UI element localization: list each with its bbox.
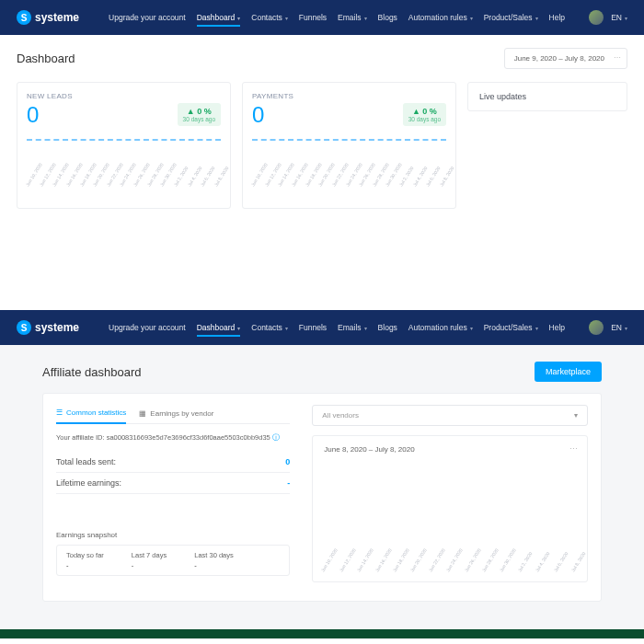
live-updates-title: Live updates [479, 92, 615, 101]
nav-blogs[interactable]: Blogs [378, 323, 397, 332]
nav-items: Upgrade your account Dashboard▾ Contacts… [109, 323, 578, 332]
snapshot-30days: Last 30 days - [194, 551, 234, 569]
panel-right: All vendors ▾ June 8, 2020 – July 8, 202… [312, 405, 588, 582]
list-icon: ☰ [56, 408, 63, 417]
nav-help[interactable]: Help [549, 323, 565, 332]
chevron-down-icon: ▾ [535, 325, 538, 331]
page-header: Dashboard June 9, 2020 – July 8, 2020 ⋯ [17, 48, 627, 69]
nav-items: Upgrade your account Dashboard▾ Contacts… [109, 13, 578, 22]
footer-bar [0, 629, 644, 638]
metric-label: NEW LEADS [27, 92, 221, 100]
chevron-down-icon: ▾ [625, 325, 627, 331]
tab-earnings-by-vendor[interactable]: ▦ Earnings by vendor [139, 405, 213, 423]
top-navbar: S systeme Upgrade your account Dashboard… [0, 310, 644, 345]
nav-right: EN▾ [589, 10, 627, 25]
page-header: Affiliate dashboard Marketplace [42, 362, 602, 382]
chevron-down-icon: ▾ [470, 15, 473, 21]
affiliate-id-value: sa0008316693e5d7e3696cf33d6f0aae5503c0bb… [107, 433, 270, 442]
metric-label: PAYMENTS [252, 92, 446, 100]
nav-automation[interactable]: Automation rules▾ [408, 323, 473, 332]
chart-date-range[interactable]: June 8, 2020 – July 8, 2020 [324, 445, 576, 454]
top-navbar: S systeme Upgrade your account Dashboard… [0, 0, 644, 35]
nav-funnels[interactable]: Funnels [299, 13, 327, 22]
nav-emails[interactable]: Emails▾ [338, 13, 367, 22]
nav-product-sales[interactable]: Product/Sales▾ [484, 323, 538, 332]
nav-contacts[interactable]: Contacts▾ [251, 13, 288, 22]
nav-funnels[interactable]: Funnels [299, 323, 327, 332]
x-axis-dates: Jun 10, 2020Jun 12, 2020Jun 14, 2020Jun … [322, 569, 578, 574]
metric-card-new-leads: NEW LEADS 0 ▲ 0 % 30 days ago Jun 10, 20… [17, 82, 231, 209]
lang-switch[interactable]: EN▾ [611, 13, 627, 22]
chevron-down-icon: ▾ [237, 325, 240, 331]
panel-left: ☰ Common statistics ▦ Earnings by vendor… [56, 405, 290, 582]
snapshot-today: Today so far - [66, 551, 104, 569]
affiliate-panel: ☰ Common statistics ▦ Earnings by vendor… [42, 393, 602, 602]
earnings-snapshot-title: Earnings snapshot [56, 531, 290, 539]
chevron-down-icon: ▾ [625, 15, 627, 21]
chevron-down-icon: ▾ [364, 15, 367, 21]
nav-dashboard[interactable]: Dashboard▾ [197, 13, 241, 27]
x-axis-dates: Jun 10, 2020Jun 12, 2020Jun 14, 2020Jun … [27, 183, 221, 189]
nav-dashboard[interactable]: Dashboard▾ [197, 323, 241, 337]
sparkline [27, 139, 221, 141]
brand-text: systeme [35, 11, 79, 24]
affiliate-dashboard-section: S systeme Upgrade your account Dashboard… [0, 310, 644, 638]
nav-automation[interactable]: Automation rules▾ [408, 13, 473, 22]
logo-icon: S [17, 320, 31, 335]
chevron-down-icon: ▾ [285, 325, 288, 331]
chevron-down-icon: ▾ [535, 15, 538, 21]
snapshot-7days: Last 7 days - [132, 551, 167, 569]
page-title: Dashboard [17, 52, 75, 65]
metric-change-badge: ▲ 0 % 30 days ago [403, 103, 446, 126]
nav-upgrade[interactable]: Upgrade your account [109, 323, 186, 332]
nav-product-sales[interactable]: Product/Sales▾ [484, 13, 538, 22]
tab-common-statistics[interactable]: ☰ Common statistics [56, 405, 126, 424]
dashboard-page: Dashboard June 9, 2020 – July 8, 2020 ⋯ … [0, 35, 644, 236]
nav-blogs[interactable]: Blogs [378, 13, 397, 22]
metric-cards-row: NEW LEADS 0 ▲ 0 % 30 days ago Jun 10, 20… [17, 82, 627, 209]
grid-icon: ▦ [139, 409, 146, 418]
affiliate-page: Affiliate dashboard Marketplace ☰ Common… [0, 345, 644, 629]
vendor-select[interactable]: All vendors ▾ [312, 405, 588, 426]
stat-total-leads: Total leads sent: 0 [56, 452, 290, 473]
info-icon[interactable]: ⓘ [272, 433, 280, 442]
nav-upgrade[interactable]: Upgrade your account [109, 13, 186, 22]
brand-logo[interactable]: S systeme [17, 10, 79, 25]
affiliate-id-row: Your affiliate ID: sa0008316693e5d7e3696… [56, 433, 290, 443]
main-dashboard-section: S systeme Upgrade your account Dashboard… [0, 0, 644, 236]
brand-logo[interactable]: S systeme [17, 320, 79, 335]
earnings-chart: June 8, 2020 – July 8, 2020 ⋯ Jun 10, 20… [312, 435, 588, 582]
chevron-down-icon: ▾ [574, 411, 578, 420]
brand-text: systeme [35, 321, 79, 334]
nav-right: EN▾ [589, 320, 627, 335]
nav-emails[interactable]: Emails▾ [338, 323, 367, 332]
settings-icon[interactable]: ⋯ [614, 53, 621, 62]
avatar[interactable] [589, 10, 604, 25]
tabs: ☰ Common statistics ▦ Earnings by vendor [56, 405, 290, 424]
chevron-down-icon: ▾ [237, 15, 240, 21]
live-updates-card: Live updates [467, 82, 627, 111]
chevron-down-icon: ▾ [364, 325, 367, 331]
settings-icon[interactable]: ⋯ [569, 444, 578, 454]
marketplace-button[interactable]: Marketplace [535, 362, 602, 382]
chevron-down-icon: ▾ [470, 325, 473, 331]
sparkline [252, 139, 446, 141]
avatar[interactable] [589, 320, 604, 335]
x-axis-dates: Jun 10, 2020Jun 12, 2020Jun 14, 2020Jun … [252, 183, 446, 189]
nav-contacts[interactable]: Contacts▾ [251, 323, 288, 332]
logo-icon: S [17, 10, 31, 25]
chevron-down-icon: ▾ [285, 15, 288, 21]
date-range-picker[interactable]: June 9, 2020 – July 8, 2020 ⋯ [504, 48, 627, 69]
stat-lifetime-earnings: Lifetime earnings: - [56, 473, 290, 494]
page-title: Affiliate dashboard [42, 365, 141, 379]
nav-help[interactable]: Help [549, 13, 565, 22]
metric-card-payments: PAYMENTS 0 ▲ 0 % 30 days ago Jun 10, 202… [242, 82, 456, 209]
earnings-snapshot: Today so far - Last 7 days - Last 30 day… [56, 545, 290, 576]
lang-switch[interactable]: EN▾ [611, 323, 627, 332]
metric-change-badge: ▲ 0 % 30 days ago [178, 103, 221, 126]
